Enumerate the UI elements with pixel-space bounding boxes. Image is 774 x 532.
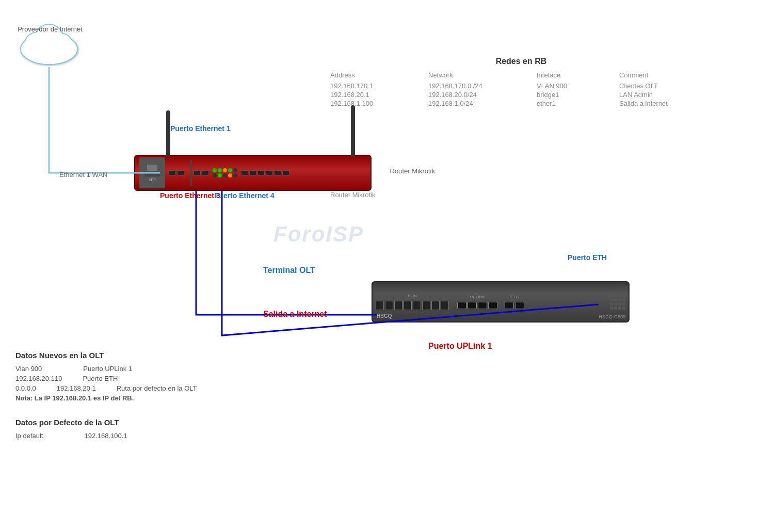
cloud-shape [15,15,83,67]
datos-nuevos-section: Datos Nuevos en la OLT Vlan 900 Puerto U… [15,351,197,402]
redes-rb-title: Redes en RB [330,57,712,66]
olt-sfp3 [394,301,402,310]
router-eth-group3 [241,170,289,175]
olt-uplink3 [478,302,487,309]
router-left-panel: SFP [139,157,165,188]
olt-model: HSGQ-G500 [599,314,625,319]
olt-sfp7 [431,301,440,310]
redes-rb-grid: Address Network Inteface Comment 192.168… [330,71,712,107]
redes-row3-network: 192.168.1.0/24 [428,100,531,107]
router-eth5-port [241,170,248,175]
router-label: Router Mikrotik [390,167,435,175]
label-router-mikrotik: Router Mikrotik [330,191,375,199]
label-puerto-eth1: Puerto Ethernet 1 [170,124,231,134]
olt-sfp6 [422,301,430,310]
olt-brand: HSGQ [377,313,392,319]
datos-nuevos-row2: 192.168.20.110 Puerto ETH [15,375,197,382]
datos-nuevos-ip3: 192.168.20.1 [57,384,96,392]
redes-row1-network: 192.168.170.0 /24 [428,82,531,90]
label-puerto-eth3: Puerto Ethernet 3 [160,191,220,201]
olt-eth1 [505,302,514,309]
svg-point-7 [52,34,72,54]
datos-nuevos-ip1: 192.168.20.110 [15,375,62,382]
router-eth4-port [202,170,209,175]
led-1 [213,168,217,172]
router-eth1-port [169,170,176,175]
cloud-label: Proveedor de Internet [17,25,84,34]
olt-sfp4 [404,301,412,310]
redes-row3-comment: Salida a internet [619,100,712,107]
olt-pon-ports [376,301,449,310]
olt-uplink-section: UPLINK [457,295,497,309]
col-header-address: Address [330,71,423,81]
datos-nuevos-row1: Vlan 900 Puerto UPLink 1 [15,365,197,373]
router-leds [213,168,237,178]
led-3 [223,168,227,172]
label-puerto-eth: Puerto ETH [568,253,607,263]
datos-nuevos-row3: 0.0.0.0 192.168.20.1 Ruta por defecto en… [15,384,197,392]
router-eth6-port [249,170,256,175]
router-eth8-port [266,170,273,175]
col-header-network: Network [428,71,531,81]
router-eth10-port [282,170,289,175]
label-salida-internet: Salida a Internet [263,310,327,319]
olt-eth2 [515,302,524,309]
col-header-inteface: Inteface [537,71,614,81]
foroISP-watermark: ForoISP [273,222,364,247]
router-eth-group2 [194,170,209,175]
redes-rb-section: Redes en RB Address Network Inteface Com… [330,57,712,107]
datos-defecto-title: Datos por Defecto de la OLT [15,418,127,427]
olt-sfp1 [376,301,384,310]
datos-nuevos-title: Datos Nuevos en la OLT [15,351,197,360]
redes-row1-comment: Clientes OLT [619,82,712,90]
label-terminal-olt: Terminal OLT [263,266,315,275]
router-sfp-port [147,165,157,171]
datos-nuevos-vlan: Vlan 900 [15,365,42,373]
olt-sfp5 [413,301,421,310]
led-2 [218,168,222,172]
redes-row2-address: 192.168.20.1 [330,91,423,99]
router-eth7-port [257,170,265,175]
ip-default-label: Ip default [15,432,43,440]
redes-row3-iface: ether1 [537,100,614,107]
router-eth2-port [177,170,184,175]
led-8 [223,173,227,178]
olt-sfp8 [441,301,449,310]
label-puerto-uplink: Puerto UPLink 1 [428,341,492,352]
olt-sfp2 [385,301,393,310]
label-puerto-eth4: Puerto Ethernet 4 [214,191,275,201]
led-6 [213,173,217,178]
redes-row3-address: 192.168.1.100 [330,100,423,107]
datos-defecto-section: Datos por Defecto de la OLT Ip default 1… [15,418,127,440]
led-7 [218,173,222,178]
redes-row2-comment: LAN Admin [619,91,712,99]
router-antenna-left [166,110,170,157]
led-4 [228,168,232,172]
datos-nuevos-ip2: 0.0.0.0 [15,384,36,392]
led-9 [228,173,232,178]
olt-device: PON UPLINK ETH [372,281,630,323]
router-eth9-port [274,170,281,175]
led-10 [233,173,237,178]
redes-row2-iface: bridge1 [537,91,614,99]
router-antenna-right [351,105,355,157]
olt-uplink1 [457,302,466,309]
led-5 [233,168,237,172]
router-eth-group1 [169,170,184,175]
redes-row1-iface: VLAN 900 [537,82,614,90]
ip-default-value: 192.168.100.1 [85,432,127,440]
router-mikrotik: SFP Router Mikrotik [134,155,372,191]
router-eth3-port [194,170,201,175]
col-header-comment: Comment [619,71,712,81]
redes-row2-network: 192.168.20.0/24 [428,91,531,99]
olt-uplink-ports [457,302,497,309]
olt-leds [610,294,625,310]
olt-pon-section: PON [376,294,449,310]
datos-nuevos-ruta: Ruta por defecto en la OLT [117,384,197,392]
datos-nuevos-uplink: Puerto UPLink 1 [83,365,132,373]
olt-eth-ports [505,302,524,309]
datos-nuevos-note: Nota: La IP 192.168.20.1 es IP del RB. [15,394,197,402]
redes-row1-address: 192.168.170.1 [330,82,423,90]
datos-nuevos-puerto-eth: Puerto ETH [83,375,118,382]
olt-uplink2 [467,302,477,309]
